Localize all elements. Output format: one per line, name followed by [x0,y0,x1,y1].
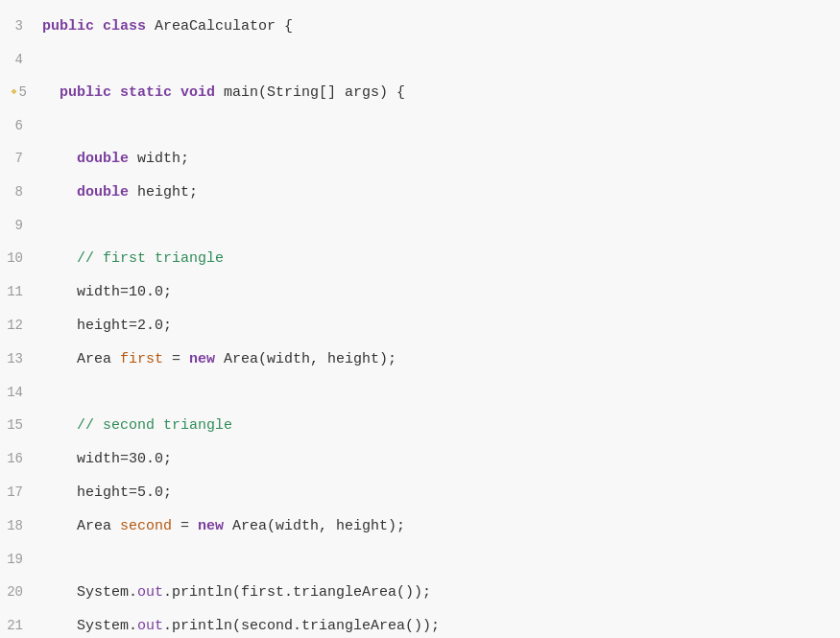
line-number: 14 [0,376,38,409]
code-token: first [120,351,163,367]
code-token: = [163,351,189,367]
code-token: .println(second.triangleArea()); [163,618,440,634]
code-token: out [137,618,163,634]
code-token: System. [42,618,137,634]
code-token: double [77,151,129,167]
line-content: height=5.0; [38,477,840,509]
line-content: width=10.0; [38,276,840,309]
line-content: double width; [38,143,840,176]
code-token: double [77,184,129,201]
line-number: 4 [0,43,38,76]
code-token: AreaCalculator { [146,18,293,35]
code-token [42,84,60,101]
line-content: // first triangle [38,243,840,275]
line-content: public static void main(String[] args) { [38,77,840,109]
line-number: 3 [0,10,38,42]
line-number: 7 [0,142,38,175]
code-token: public [42,18,94,35]
code-token [94,18,103,35]
code-token: System. [42,584,137,601]
code-token: width=10.0; [42,284,172,300]
code-line: 8 double height; [0,176,840,209]
code-token: public [60,84,111,101]
code-token [111,84,120,101]
code-line: 9 [0,209,840,242]
line-number: 18 [0,509,38,542]
line-content: System.out.println(first.triangleArea())… [38,577,840,609]
line-content: Area first = new Area(width, height); [38,343,840,376]
code-line: 18 Area second = new Area(width, height)… [0,509,840,543]
code-token: height=2.0; [42,318,172,334]
code-line: 6 [0,109,840,142]
code-line: 20 System.out.println(first.triangleArea… [0,576,840,609]
line-number: 13 [0,343,38,375]
line-number: 9 [0,209,38,242]
code-line: 14 [0,376,840,409]
code-token: new [189,351,215,367]
code-token [172,84,180,101]
code-token: height=5.0; [42,484,172,501]
line-number: 21 [0,609,38,638]
code-line: 11 width=10.0; [0,275,840,309]
code-token: // second triangle [77,417,232,434]
code-line: 7 double width; [0,142,840,176]
line-content: double height; [38,177,840,209]
code-token: height; [129,184,198,201]
code-token: // first triangle [77,250,224,267]
code-token: main(String[] args) { [215,84,405,101]
line-number: 8 [0,176,38,208]
code-line: 16 width=30.0; [0,442,840,476]
line-number: 16 [0,442,38,475]
code-token: width; [129,151,189,167]
code-token: second [120,518,172,534]
code-line: 3public class AreaCalculator { [0,10,840,43]
code-line: ◆5 public static void main(String[] args… [0,76,840,109]
code-token: Area(width, height); [224,518,405,534]
line-content: height=2.0; [38,310,840,343]
line-number: 6 [0,109,38,142]
code-token: .println(first.triangleArea()); [163,584,431,601]
code-token: width=30.0; [42,451,172,467]
line-content: width=30.0; [38,443,840,476]
line-content: Area second = new Area(width, height); [38,510,840,543]
code-line: 4 [0,43,840,76]
code-token [42,417,77,434]
line-content: System.out.println(second.triangleArea()… [38,610,840,638]
line-number: 11 [0,275,38,308]
breakpoint-dot: ◆ [12,86,17,97]
code-line: 19 [0,543,840,576]
line-number: 17 [0,476,38,508]
line-number: 19 [0,543,38,576]
line-number: 12 [0,309,38,342]
code-token: new [198,518,224,534]
code-editor: 3public class AreaCalculator {4◆5 public… [0,0,840,638]
code-token [42,250,77,267]
code-token: Area [42,351,120,367]
code-line: 12 height=2.0; [0,309,840,343]
code-line: 15 // second triangle [0,409,840,442]
line-content: public class AreaCalculator { [38,11,840,43]
line-number: 20 [0,576,38,608]
code-token: class [103,18,146,35]
code-line: 21 System.out.println(second.triangleAre… [0,609,840,638]
line-number: ◆5 [0,76,38,108]
code-token [42,151,77,167]
code-token: = [172,518,198,534]
line-content: // second triangle [38,410,840,442]
code-token [42,184,77,201]
line-number: 15 [0,409,38,441]
code-token: Area(width, height); [215,351,396,367]
code-line: 13 Area first = new Area(width, height); [0,343,840,376]
code-token: static [120,84,172,101]
code-token: out [137,584,163,601]
code-line: 17 height=5.0; [0,476,840,509]
code-token: Area [42,518,120,534]
code-line: 10 // first triangle [0,242,840,275]
code-token: void [180,84,215,101]
line-number: 10 [0,242,38,274]
